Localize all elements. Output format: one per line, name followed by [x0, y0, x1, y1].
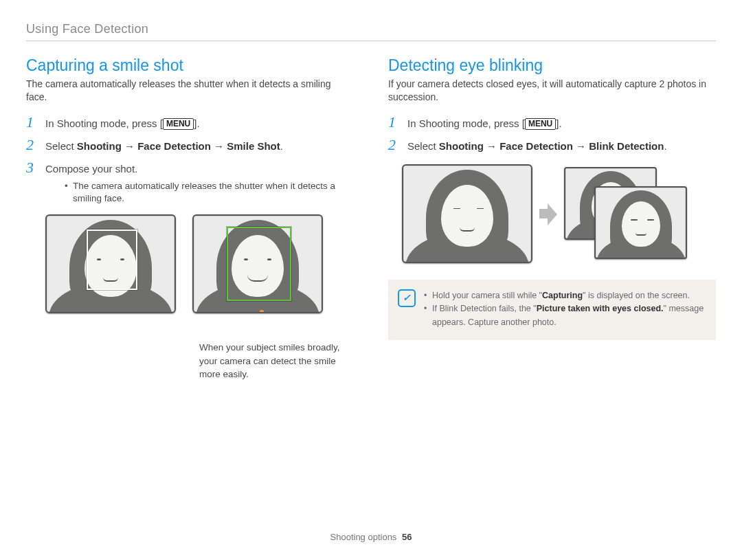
arrow-right-icon: [539, 202, 557, 225]
person-illustration: [596, 188, 686, 258]
blink-frame-closed-eyes: [402, 164, 532, 263]
arrow-icon: →: [124, 140, 137, 152]
person-illustration: [403, 166, 531, 262]
step-text: ].: [556, 117, 561, 129]
step-bold: Face Detection: [137, 140, 211, 152]
smile-frame-neutral: [45, 214, 176, 313]
step-bold: Smile Shot: [227, 140, 280, 152]
note-item-1: Hold your camera still while "Capturing"…: [424, 289, 705, 302]
smile-frame-smiling: [192, 214, 323, 313]
step-bold: Face Detection: [499, 140, 573, 152]
step-number: 2: [26, 137, 38, 153]
blink-result-frame-2: [594, 186, 687, 259]
step-text: Compose your shot.: [45, 163, 137, 175]
step-text: .: [280, 140, 283, 152]
step-text: .: [664, 140, 666, 152]
right-section-title: Detecting eye blinking: [388, 56, 716, 75]
right-steps: 1 In Shooting mode, press [MENU]. 2 Sele…: [388, 115, 716, 153]
step-number: 1: [26, 115, 38, 130]
footer-page-number: 56: [402, 532, 412, 542]
face-detect-box-green: [227, 227, 291, 301]
step-text: In Shooting mode, press [: [45, 117, 163, 129]
note-text: If Blink Detection fails, the ": [432, 304, 537, 313]
content-columns: Capturing a smile shot The camera automa…: [26, 56, 716, 381]
step-text: Select: [407, 140, 439, 152]
note-item-2: If Blink Detection fails, the "Picture t…: [424, 302, 705, 329]
right-column: Detecting eye blinking If your camera de…: [388, 56, 716, 381]
left-step-1: 1 In Shooting mode, press [MENU].: [26, 115, 354, 131]
step-bold: Shooting: [77, 140, 122, 152]
left-step-3: 3 Compose your shot. The camera automati…: [26, 160, 354, 205]
face-detect-box-white: [87, 229, 137, 290]
note-list: Hold your camera still while "Capturing"…: [424, 289, 705, 329]
footer-section: Shooting options: [330, 532, 397, 542]
callout-line-icon: [262, 312, 263, 313]
note-text: " is displayed on the screen.: [583, 291, 690, 300]
smile-illustration-row: [45, 214, 354, 313]
left-steps: 1 In Shooting mode, press [MENU]. 2 Sele…: [26, 115, 354, 205]
step-number: 1: [388, 115, 401, 130]
step-bullet: The camera automatically releases the sh…: [65, 180, 354, 205]
left-section-intro: The camera automatically releases the sh…: [26, 78, 354, 104]
note-icon: ✓: [398, 289, 416, 307]
right-step-1: 1 In Shooting mode, press [MENU].: [388, 115, 716, 131]
step-bold: Shooting: [439, 140, 484, 152]
page-header: Using Face Detection: [26, 22, 716, 41]
step-body: Select Shooting → Face Detection → Blink…: [407, 137, 716, 153]
step-text: ].: [194, 117, 199, 129]
left-column: Capturing a smile shot The camera automa…: [26, 56, 354, 381]
step-body: In Shooting mode, press [MENU].: [45, 115, 354, 131]
left-step-2: 2 Select Shooting → Face Detection → Smi…: [26, 137, 354, 153]
right-section-intro: If your camera detects closed eyes, it w…: [388, 78, 716, 104]
note-bold: Capturing: [542, 291, 583, 300]
note-bold: Picture taken with eyes closed.: [537, 304, 664, 313]
page-footer: Shooting options 56: [0, 532, 742, 542]
step-text: Select: [45, 140, 77, 152]
step-text: In Shooting mode, press [: [407, 117, 525, 129]
step-number: 2: [388, 137, 401, 153]
note-box: ✓ Hold your camera still while "Capturin…: [388, 280, 716, 340]
right-step-2: 2 Select Shooting → Face Detection → Bli…: [388, 137, 716, 153]
step-bold: Blink Detection: [589, 140, 664, 152]
step-body: Select Shooting → Face Detection → Smile…: [45, 137, 354, 153]
smile-caption: When your subject smiles broadly, your c…: [199, 341, 350, 381]
step-body: In Shooting mode, press [MENU].: [407, 115, 716, 131]
step-number: 3: [26, 160, 38, 175]
arrow-icon: →: [214, 140, 227, 152]
blink-illustration-row: [402, 164, 716, 263]
arrow-icon: →: [486, 140, 499, 152]
blink-result-stack: [564, 167, 684, 260]
step-sublist: The camera automatically releases the sh…: [65, 180, 354, 205]
menu-icon: MENU: [525, 118, 556, 131]
left-section-title: Capturing a smile shot: [26, 56, 354, 75]
menu-icon: MENU: [163, 118, 194, 131]
note-text: Hold your camera still while ": [432, 291, 542, 300]
arrow-icon: →: [576, 140, 589, 152]
step-body: Compose your shot. The camera automatica…: [45, 160, 354, 205]
